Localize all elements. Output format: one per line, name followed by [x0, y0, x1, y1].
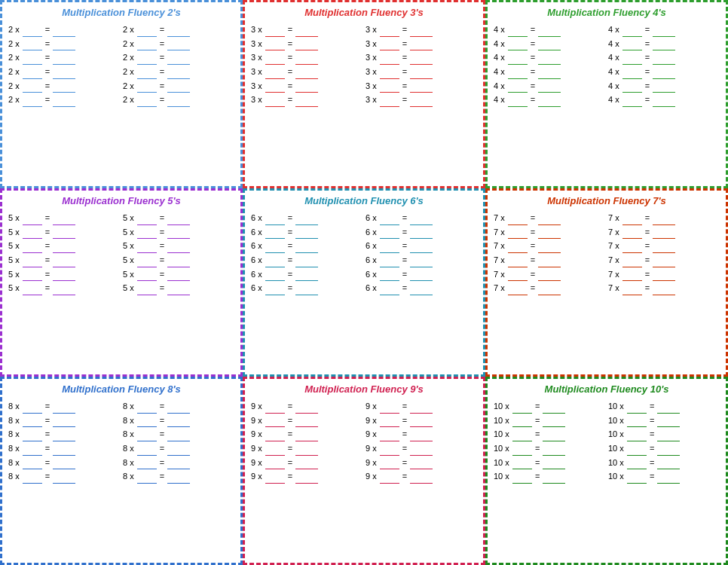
card-col-10-1: 10 x = 10 x = 10 x = 10 x = 10 x = 10 x …	[608, 399, 720, 484]
card-body-3: 3 x = 3 x = 3 x = 3 x = 3 x = 3 x = 3 x …	[251, 23, 477, 107]
card-col-6-0: 6 x = 6 x = 6 x = 6 x = 6 x = 6 x =	[251, 211, 362, 295]
problem: 10 x =	[494, 414, 605, 428]
problem: 5 x =	[123, 281, 234, 295]
problem: 7 x =	[608, 253, 720, 267]
problem: 6 x =	[251, 211, 362, 225]
problem: 7 x =	[608, 239, 720, 253]
problem: 9 x =	[251, 399, 362, 414]
problem: 2 x =	[8, 65, 120, 79]
problem: 7 x =	[608, 281, 720, 295]
problem: 5 x =	[123, 253, 234, 267]
problem: 3 x =	[366, 93, 477, 107]
card-title-10: Multiplication Fluency 10's	[494, 383, 720, 395]
problem: 3 x =	[251, 65, 362, 79]
card-title-8: Multiplication Fluency 8's	[8, 383, 234, 395]
problem: 3 x =	[366, 23, 477, 37]
problem: 7 x =	[494, 267, 605, 282]
problem: 2 x =	[8, 50, 120, 65]
card-col-9-0: 9 x = 9 x = 9 x = 9 x = 9 x = 9 x =	[251, 399, 362, 484]
problem: 7 x =	[608, 225, 720, 240]
problem: 6 x =	[366, 225, 477, 240]
problem: 6 x =	[251, 281, 362, 295]
problem: 7 x =	[494, 239, 605, 253]
card-col-5-1: 5 x = 5 x = 5 x = 5 x = 5 x = 5 x =	[123, 211, 234, 295]
problem: 3 x =	[366, 50, 477, 65]
problem: 8 x =	[8, 414, 120, 428]
card-title-7: Multiplication Fluency 7's	[494, 195, 720, 206]
problem: 8 x =	[123, 414, 234, 428]
problem: 6 x =	[251, 253, 362, 267]
problem: 4 x =	[608, 50, 720, 65]
problem: 5 x =	[8, 211, 120, 225]
problem: 10 x =	[494, 456, 605, 470]
problem: 6 x =	[251, 239, 362, 253]
card-col-3-1: 3 x = 3 x = 3 x = 3 x = 3 x = 3 x =	[366, 23, 477, 107]
problem: 4 x =	[608, 65, 720, 79]
card-title-9: Multiplication Fluency 9's	[251, 383, 477, 395]
card-3: Multiplication Fluency 3's3 x = 3 x = 3 …	[243, 0, 485, 188]
card-title-3: Multiplication Fluency 3's	[251, 7, 477, 18]
problem: 3 x =	[251, 50, 362, 65]
problem: 6 x =	[366, 253, 477, 267]
problem: 2 x =	[8, 37, 120, 51]
card-title-5: Multiplication Fluency 5's	[8, 195, 234, 206]
worksheet-grid: Multiplication Fluency 2's2 x = 2 x = 2 …	[0, 0, 728, 565]
problem: 2 x =	[123, 50, 234, 65]
problem: 2 x =	[123, 93, 234, 107]
problem: 5 x =	[8, 239, 120, 253]
problem: 6 x =	[251, 225, 362, 240]
card-body-5: 5 x = 5 x = 5 x = 5 x = 5 x = 5 x = 5 x …	[8, 211, 234, 295]
card-col-4-1: 4 x = 4 x = 4 x = 4 x = 4 x = 4 x =	[608, 23, 720, 107]
card-body-7: 7 x = 7 x = 7 x = 7 x = 7 x = 7 x = 7 x …	[494, 211, 720, 295]
problem: 2 x =	[8, 79, 120, 93]
problem: 9 x =	[366, 441, 477, 456]
problem: 8 x =	[123, 441, 234, 456]
problem: 10 x =	[608, 456, 720, 470]
problem: 10 x =	[494, 399, 605, 414]
problem: 2 x =	[123, 65, 234, 79]
card-9: Multiplication Fluency 9's9 x = 9 x = 9 …	[243, 377, 485, 565]
problem: 5 x =	[8, 225, 120, 240]
card-7: Multiplication Fluency 7's7 x = 7 x = 7 …	[485, 188, 728, 377]
card-6: Multiplication Fluency 6's6 x = 6 x = 6 …	[243, 188, 485, 377]
problem: 4 x =	[494, 23, 605, 37]
card-5: Multiplication Fluency 5's5 x = 5 x = 5 …	[0, 188, 243, 377]
problem: 2 x =	[123, 79, 234, 93]
card-body-2: 2 x = 2 x = 2 x = 2 x = 2 x = 2 x = 2 x …	[8, 23, 234, 107]
card-title-6: Multiplication Fluency 6's	[251, 195, 477, 206]
problem: 9 x =	[251, 427, 362, 441]
problem: 9 x =	[366, 399, 477, 414]
problem: 10 x =	[608, 399, 720, 414]
card-col-10-0: 10 x = 10 x = 10 x = 10 x = 10 x = 10 x …	[494, 399, 605, 484]
problem: 9 x =	[251, 456, 362, 470]
problem: 6 x =	[251, 267, 362, 282]
problem: 5 x =	[123, 211, 234, 225]
problem: 6 x =	[366, 267, 477, 282]
card-body-4: 4 x = 4 x = 4 x = 4 x = 4 x = 4 x = 4 x …	[494, 23, 720, 107]
problem: 10 x =	[608, 441, 720, 456]
card-title-2: Multiplication Fluency 2's	[8, 7, 234, 18]
problem: 9 x =	[366, 414, 477, 428]
problem: 2 x =	[8, 23, 120, 37]
problem: 4 x =	[608, 37, 720, 51]
problem: 5 x =	[123, 239, 234, 253]
problem: 8 x =	[8, 427, 120, 441]
problem: 6 x =	[366, 239, 477, 253]
problem: 3 x =	[251, 37, 362, 51]
problem: 10 x =	[608, 414, 720, 428]
problem: 8 x =	[8, 441, 120, 456]
problem: 8 x =	[8, 456, 120, 470]
problem: 2 x =	[123, 37, 234, 51]
problem: 4 x =	[494, 79, 605, 93]
problem: 7 x =	[494, 211, 605, 225]
problem: 4 x =	[494, 93, 605, 107]
problem: 7 x =	[494, 281, 605, 295]
problem: 3 x =	[251, 23, 362, 37]
problem: 2 x =	[123, 23, 234, 37]
card-col-5-0: 5 x = 5 x = 5 x = 5 x = 5 x = 5 x =	[8, 211, 120, 295]
card-4: Multiplication Fluency 4's4 x = 4 x = 4 …	[485, 0, 728, 188]
problem: 8 x =	[123, 427, 234, 441]
problem: 3 x =	[366, 79, 477, 93]
problem: 4 x =	[494, 50, 605, 65]
card-body-6: 6 x = 6 x = 6 x = 6 x = 6 x = 6 x = 6 x …	[251, 211, 477, 295]
